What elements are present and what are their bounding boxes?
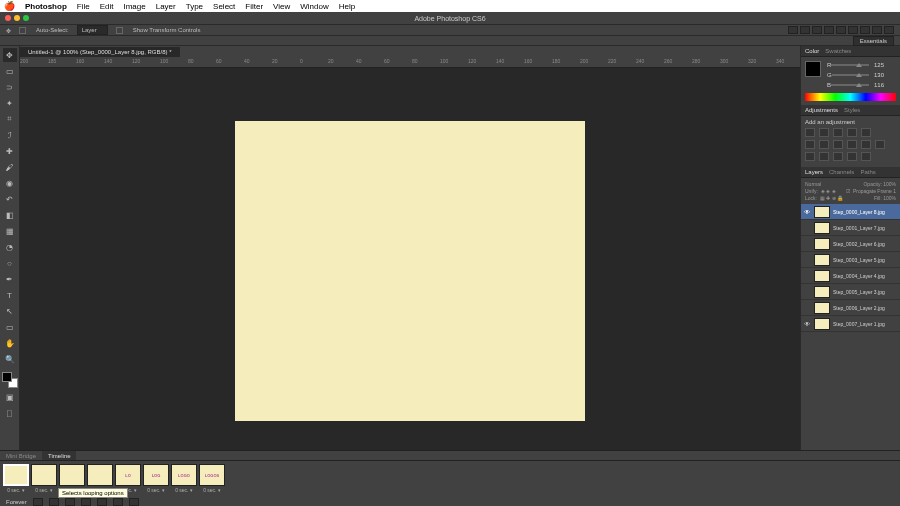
layer-row[interactable]: 👁Step_0007_Layer 1.jpg	[801, 316, 900, 332]
layer-thumb[interactable]	[814, 206, 830, 218]
layer-row[interactable]: Step_0002_Layer 6.jpg	[801, 236, 900, 252]
marquee-tool[interactable]: ▭	[3, 64, 17, 78]
tab-channels[interactable]: Channels	[829, 169, 854, 175]
history-brush-tool[interactable]: ↶	[3, 192, 17, 206]
frame[interactable]: LOG0 sec. ▾	[143, 464, 169, 493]
frame-duration[interactable]: 0 sec. ▾	[35, 487, 53, 493]
quickmask-icon[interactable]: ▣	[3, 390, 17, 404]
layer-thumb[interactable]	[814, 270, 830, 282]
layer-row[interactable]: 👁Step_0000_Layer 8.jpg	[801, 204, 900, 220]
frame-thumb[interactable]: LO	[115, 464, 141, 486]
tab-timeline[interactable]: Timeline	[42, 451, 76, 460]
layer-thumb[interactable]	[814, 318, 830, 330]
adj-icon[interactable]	[805, 140, 815, 149]
loop-selector[interactable]: Forever	[6, 499, 27, 505]
align-icon[interactable]	[800, 26, 810, 34]
adj-icon[interactable]	[833, 152, 843, 161]
visibility-icon[interactable]	[803, 288, 811, 296]
menu-app[interactable]: Photoshop	[25, 2, 67, 11]
tab-layers[interactable]: Layers	[805, 169, 823, 175]
frame[interactable]: 0 sec. ▾	[3, 464, 29, 493]
layer-thumb[interactable]	[814, 254, 830, 266]
frame-thumb[interactable]	[31, 464, 57, 486]
tab-color[interactable]: Color	[805, 48, 819, 54]
lasso-tool[interactable]: ⊃	[3, 80, 17, 94]
frame-thumb[interactable]: LOG	[143, 464, 169, 486]
menu-edit[interactable]: Edit	[100, 2, 114, 11]
crop-tool[interactable]: ⌗	[3, 112, 17, 126]
delete-frame-button[interactable]	[129, 498, 139, 506]
adj-icon[interactable]	[819, 128, 829, 137]
move-tool[interactable]: ✥	[3, 48, 17, 62]
menu-layer[interactable]: Layer	[156, 2, 176, 11]
blur-tool[interactable]: ◔	[3, 240, 17, 254]
document-tab[interactable]: Untitled-1 @ 100% (Step_0000_Layer 8.jpg…	[20, 47, 181, 57]
adj-icon[interactable]	[805, 152, 815, 161]
layer-row[interactable]: Step_0003_Layer 5.jpg	[801, 252, 900, 268]
visibility-icon[interactable]	[803, 240, 811, 248]
pen-tool[interactable]: ✒	[3, 272, 17, 286]
eraser-tool[interactable]: ◧	[3, 208, 17, 222]
frame[interactable]: 0 sec. ▾	[31, 464, 57, 493]
r-slider[interactable]: R125	[827, 61, 884, 68]
shape-tool[interactable]: ▭	[3, 320, 17, 334]
adj-icon[interactable]	[819, 152, 829, 161]
hand-tool[interactable]: ✋	[3, 336, 17, 350]
menu-window[interactable]: Window	[300, 2, 328, 11]
layer-thumb[interactable]	[814, 286, 830, 298]
apple-icon[interactable]: 🍎	[4, 1, 15, 11]
adj-icon[interactable]	[861, 152, 871, 161]
b-slider[interactable]: B116	[827, 81, 884, 88]
align-icon[interactable]	[812, 26, 822, 34]
menu-type[interactable]: Type	[186, 2, 203, 11]
frame-thumb[interactable]	[87, 464, 113, 486]
path-tool[interactable]: ↖	[3, 304, 17, 318]
visibility-icon[interactable]	[803, 224, 811, 232]
frame-thumb[interactable]: LOGO	[171, 464, 197, 486]
align-icon[interactable]	[860, 26, 870, 34]
autoselect-checkbox[interactable]	[19, 27, 26, 34]
layer-row[interactable]: Step_0004_Layer 4.jpg	[801, 268, 900, 284]
visibility-icon[interactable]: 👁	[803, 208, 811, 216]
screenmode-icon[interactable]: ⎕	[3, 406, 17, 420]
frame-duration[interactable]: 0 sec. ▾	[147, 487, 165, 493]
adj-icon[interactable]	[833, 140, 843, 149]
menu-image[interactable]: Image	[123, 2, 145, 11]
tab-styles[interactable]: Styles	[844, 107, 860, 113]
adj-icon[interactable]	[875, 140, 885, 149]
healing-tool[interactable]: ✚	[3, 144, 17, 158]
brush-tool[interactable]: 🖌	[3, 160, 17, 174]
menu-filter[interactable]: Filter	[245, 2, 263, 11]
gradient-tool[interactable]: ▦	[3, 224, 17, 238]
menu-select[interactable]: Select	[213, 2, 235, 11]
menu-view[interactable]: View	[273, 2, 290, 11]
next-frame-button[interactable]	[81, 498, 91, 506]
adj-icon[interactable]	[819, 140, 829, 149]
workspace-selector[interactable]: Essentials	[853, 36, 894, 46]
blend-mode[interactable]: Normal	[805, 181, 821, 187]
color-swatches[interactable]	[2, 372, 18, 388]
layer-row[interactable]: Step_0005_Layer 3.jpg	[801, 284, 900, 300]
adj-icon[interactable]	[847, 140, 857, 149]
propagate-label[interactable]: Propagate Frame 1	[853, 188, 896, 194]
frame-thumb[interactable]: LOGOS	[199, 464, 225, 486]
opacity-label[interactable]: Opacity: 100%	[863, 181, 896, 187]
ruler-horizontal[interactable]: 2001851601401201008060402002040608010012…	[20, 58, 800, 68]
align-icon[interactable]	[884, 26, 894, 34]
frame-duration[interactable]: 0 sec. ▾	[7, 487, 25, 493]
type-tool[interactable]: T	[3, 288, 17, 302]
spectrum-bar[interactable]	[805, 93, 896, 101]
visibility-icon[interactable]	[803, 256, 811, 264]
transform-checkbox[interactable]	[116, 27, 123, 34]
layer-thumb[interactable]	[814, 222, 830, 234]
align-icon[interactable]	[788, 26, 798, 34]
align-icon[interactable]	[848, 26, 858, 34]
frame[interactable]: LOGOS0 sec. ▾	[199, 464, 225, 493]
play-button[interactable]	[65, 498, 75, 506]
duplicate-frame-button[interactable]	[113, 498, 123, 506]
g-slider[interactable]: G130	[827, 71, 884, 78]
canvas[interactable]	[235, 121, 585, 421]
tab-swatches[interactable]: Swatches	[825, 48, 851, 54]
visibility-icon[interactable]: 👁	[803, 320, 811, 328]
frame-thumb[interactable]	[3, 464, 29, 486]
